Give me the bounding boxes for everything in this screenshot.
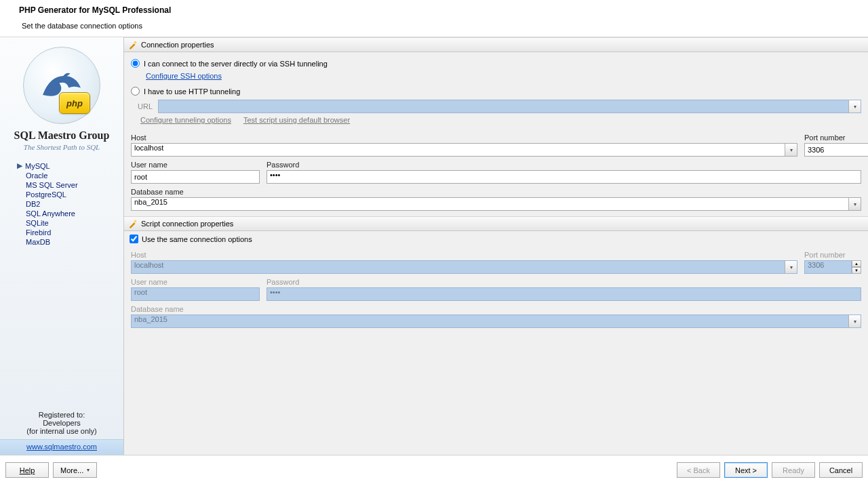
password-dots: •••• [270, 171, 280, 179]
label-user: User name [131, 161, 260, 169]
nav-item-firebird[interactable]: Firebird [26, 228, 123, 237]
label-script-host: Host [131, 251, 797, 259]
button-label: Help [20, 466, 35, 474]
nav-label: SQL Anywhere [26, 209, 75, 218]
svg-point-1 [134, 220, 137, 223]
port-input[interactable] [804, 143, 868, 157]
script-host-value: localhost [134, 261, 163, 269]
script-host-combo: localhost▾ [131, 260, 797, 274]
footer-bar: Help More... < Back Next > Ready Cancel [0, 455, 868, 485]
host-value: localhost [134, 144, 163, 152]
user-input[interactable] [131, 170, 260, 184]
host-combo[interactable]: localhost▾ [131, 143, 797, 157]
nav-label: Firebird [26, 228, 51, 237]
button-label: < Back [687, 466, 710, 474]
reg-line: (for internal use only) [3, 427, 121, 435]
cancel-button[interactable]: Cancel [819, 462, 863, 478]
registration-info: Registered to: Developers (for internal … [0, 411, 123, 439]
nav-item-db2[interactable]: DB2 [26, 199, 123, 209]
script-database-value: nba_2015 [134, 315, 167, 323]
chevron-down-icon[interactable]: ▾ [848, 198, 861, 210]
chevron-down-icon: ▾ [785, 261, 797, 273]
nav-label: SQLite [26, 219, 49, 227]
nav-item-sqlite[interactable]: SQLite [26, 218, 123, 228]
radio-direct-input[interactable] [131, 59, 140, 68]
database-value: nba_2015 [134, 198, 167, 206]
script-port-input: 3306 [804, 260, 852, 274]
nav-arrow-icon: ▶ [17, 161, 25, 170]
nav-item-postgres[interactable]: PostgreSQL [26, 190, 123, 199]
radio-http-input[interactable] [131, 87, 140, 96]
sidebar: php SQL Maestro Group The Shortest Path … [0, 37, 124, 455]
wand-icon [128, 40, 138, 49]
link-configure-tunneling[interactable]: Configure tunneling options [140, 116, 231, 124]
nav-item-mssql[interactable]: MS SQL Server [26, 180, 123, 190]
section-title: Connection properties [141, 41, 214, 49]
radio-label: I can connect to the server directly or … [144, 60, 328, 68]
nav-label: DB2 [26, 200, 40, 208]
checkbox-same-input[interactable] [130, 235, 138, 243]
section-script-connection: Script connection properties [124, 216, 868, 231]
section-connection-properties: Connection properties [124, 37, 868, 52]
svg-point-0 [134, 41, 137, 44]
product-nav: ▶MySQL Oracle MS SQL Server PostgreSQL D… [0, 161, 123, 247]
chevron-down-icon[interactable]: ▾ [785, 144, 797, 156]
chevron-down-icon: ▾ [848, 100, 861, 113]
spin-down-icon: ▼ [852, 267, 861, 274]
help-button[interactable]: Help [5, 462, 49, 478]
radio-label: I have to use HTTP tunneling [144, 87, 240, 96]
page-subtitle: Set the database connection options [0, 18, 868, 37]
label-script-database: Database name [131, 305, 861, 313]
label-host: Host [131, 134, 797, 142]
nav-item-oracle[interactable]: Oracle [26, 171, 123, 180]
site-link[interactable]: www.sqlmaestro.com [26, 443, 97, 451]
script-user-input: root [131, 287, 260, 301]
back-button[interactable]: < Back [677, 462, 720, 478]
link-test-script[interactable]: Test script using default browser [243, 116, 350, 124]
script-user-value: root [134, 288, 147, 296]
button-label: Cancel [829, 466, 852, 474]
password-input[interactable]: •••• [267, 170, 861, 184]
ready-button[interactable]: Ready [772, 462, 815, 478]
script-database-combo: nba_2015▾ [131, 314, 861, 328]
script-port-value: 3306 [808, 261, 824, 269]
brand-name: SQL Maestro Group [0, 129, 123, 142]
nav-label: Oracle [26, 171, 47, 180]
label-script-password: Password [267, 278, 861, 286]
label-script-port: Port number [804, 251, 861, 259]
url-label: URL [138, 102, 153, 110]
label-database: Database name [131, 188, 861, 196]
brand-logo: php [0, 37, 123, 125]
spin-up-icon: ▲ [852, 260, 861, 267]
section-title: Script connection properties [141, 220, 233, 228]
nav-label: MS SQL Server [26, 181, 78, 189]
button-label: Next > [735, 466, 757, 474]
label-script-user: User name [131, 278, 260, 286]
nav-label: MaxDB [26, 238, 50, 246]
script-password-dots: •••• [270, 288, 280, 296]
nav-label: PostgreSQL [26, 190, 66, 199]
database-combo[interactable]: nba_2015▾ [131, 197, 861, 211]
nav-label: MySQL [25, 162, 50, 170]
link-configure-ssh[interactable]: Configure SSH options [146, 72, 222, 80]
label-port: Port number [804, 134, 861, 142]
checkbox-same-connection[interactable]: Use the same connection options [124, 231, 868, 247]
nav-item-mysql[interactable]: ▶MySQL [26, 161, 123, 171]
radio-http[interactable]: I have to use HTTP tunneling [131, 85, 861, 97]
button-label: Ready [783, 466, 804, 474]
app-title: PHP Generator for MySQL Professional [0, 0, 868, 18]
radio-direct[interactable]: I can connect to the server directly or … [131, 58, 861, 69]
next-button[interactable]: Next > [724, 462, 768, 478]
content-pane: Connection properties I can connect to t… [124, 37, 868, 455]
more-button[interactable]: More... [53, 462, 97, 478]
chevron-down-icon: ▾ [848, 315, 861, 327]
script-password-input: •••• [267, 287, 861, 301]
php-badge: php [59, 92, 90, 114]
nav-item-sqlanywhere[interactable]: SQL Anywhere [26, 209, 123, 218]
site-link-bar: www.sqlmaestro.com [0, 439, 123, 455]
nav-item-maxdb[interactable]: MaxDB [26, 237, 123, 247]
url-input: ▾ [158, 100, 861, 113]
reg-line: Registered to: [3, 411, 121, 419]
brand-tagline: The Shortest Path to SQL [0, 143, 123, 151]
checkbox-label: Use the same connection options [142, 235, 252, 243]
